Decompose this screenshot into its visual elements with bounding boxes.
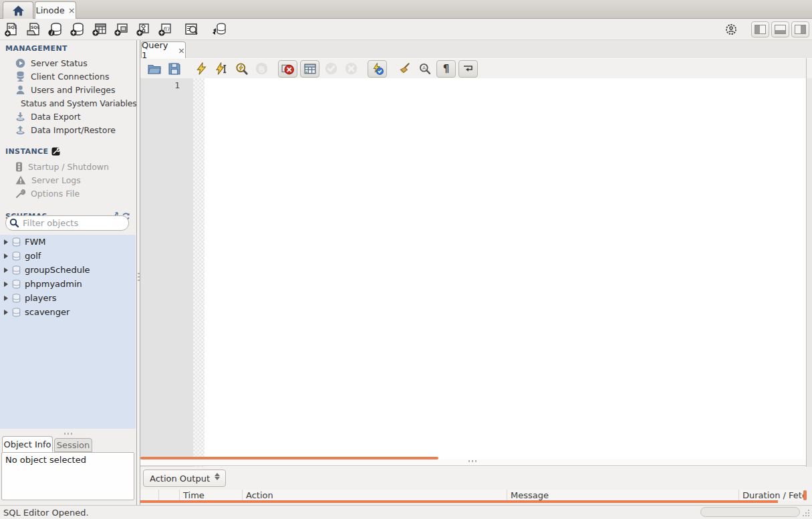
create-schema-icon[interactable] <box>66 21 88 38</box>
status-text: SQL Editor Opened. <box>3 508 89 518</box>
schema-filter-input[interactable] <box>23 218 116 228</box>
create-view-icon[interactable] <box>110 21 132 38</box>
editor-gutter: 1 <box>140 78 193 496</box>
instance-title: INSTANCE <box>5 147 48 156</box>
sidebar-item-data-import[interactable]: Data Import/Restore <box>0 123 136 136</box>
col-time[interactable]: Time <box>180 490 243 500</box>
sidebar-item-client-connections[interactable]: Client Connections <box>0 70 136 83</box>
sidebar-item-data-export[interactable]: Data Export <box>0 110 136 123</box>
statusbar-hscrollbar[interactable] <box>700 507 800 517</box>
close-query-tab-icon[interactable]: × <box>178 46 185 55</box>
expander-icon[interactable] <box>4 239 8 245</box>
col-action[interactable]: Action <box>243 490 507 500</box>
output-vscrollbar[interactable] <box>803 490 807 500</box>
open-sql-script-icon[interactable]: SQL <box>22 21 44 38</box>
col-index[interactable] <box>159 490 180 500</box>
toggle-bottom-panel-icon[interactable] <box>771 21 789 37</box>
schema-icon <box>12 266 21 275</box>
object-info-text: No object selected <box>5 455 86 465</box>
status-bar: SQL Editor Opened. <box>0 505 812 519</box>
show-invisibles-icon[interactable]: ¶ <box>436 60 456 78</box>
sidebar-splitter-handle[interactable] <box>64 433 74 435</box>
connection-tab-linode[interactable]: Linode × <box>35 1 76 19</box>
server-logs-icon <box>15 175 26 185</box>
tab-session[interactable]: Session <box>54 438 92 452</box>
output-selector[interactable]: Action Output <box>143 470 226 487</box>
execute-current-icon[interactable] <box>211 60 231 78</box>
create-table-icon[interactable] <box>88 21 110 38</box>
schema-icon <box>12 294 21 303</box>
sidebar-item-options-file[interactable]: Options File <box>0 187 136 200</box>
schema-row-scavenger[interactable]: scavenger <box>0 305 136 319</box>
client-connections-icon <box>15 71 25 82</box>
col-message[interactable]: Message <box>507 490 739 500</box>
execute-icon[interactable] <box>191 60 211 78</box>
toggle-right-panel-icon[interactable] <box>791 21 809 37</box>
schema-row-golf[interactable]: golf <box>0 249 136 263</box>
toggle-autocommit-icon[interactable] <box>368 60 387 78</box>
expander-icon[interactable] <box>4 296 8 301</box>
limit-rows-icon[interactable] <box>300 60 319 78</box>
preferences-icon[interactable] <box>720 21 742 38</box>
schema-icon <box>12 251 21 261</box>
toggle-stop-on-error-icon[interactable] <box>278 60 297 78</box>
schema-row-fwm[interactable]: FWM <box>0 235 136 249</box>
commit-icon[interactable] <box>321 60 341 78</box>
tab-object-info[interactable]: Object Info <box>2 436 53 452</box>
create-procedure-icon[interactable] <box>132 21 154 38</box>
beautify-icon[interactable] <box>395 60 415 78</box>
output-splitter-handle[interactable] <box>468 460 478 462</box>
close-tab-icon[interactable]: × <box>68 6 76 15</box>
sidebar-item-system-variables[interactable]: Status and System Variables <box>0 96 136 110</box>
schema-inspector-icon[interactable]: i <box>44 21 66 38</box>
schema-filter[interactable] <box>5 215 129 231</box>
reconnect-dbms-icon[interactable] <box>208 21 230 38</box>
query-tab-bar: Query 1 × <box>140 40 812 58</box>
schema-icon <box>12 280 21 289</box>
home-icon <box>12 5 25 16</box>
management-title: MANAGEMENT <box>5 44 67 53</box>
expander-icon[interactable] <box>4 253 8 259</box>
sidebar-item-startup-shutdown[interactable]: Startup / Shutdown <box>0 160 136 173</box>
col-duration[interactable]: Duration / Fetch <box>739 490 806 500</box>
open-script-icon[interactable] <box>144 60 164 78</box>
explain-icon[interactable] <box>231 60 251 78</box>
new-query-tab-icon[interactable]: SQL <box>0 21 22 38</box>
startup-shutdown-icon <box>15 162 23 172</box>
sidebar-item-users-privileges[interactable]: Users and Privileges <box>0 83 136 96</box>
expander-icon[interactable] <box>4 310 8 315</box>
toggle-left-panel-icon[interactable] <box>751 21 769 37</box>
home-tab[interactable] <box>3 1 33 19</box>
object-info-panel: No object selected <box>1 452 134 500</box>
query-tab[interactable]: Query 1 × <box>141 41 186 58</box>
options-file-icon <box>15 189 25 199</box>
sidebar: MANAGEMENT Server Status Client Connecti… <box>0 40 136 436</box>
stop-icon[interactable] <box>251 60 271 78</box>
schema-row-players[interactable]: players <box>0 291 136 305</box>
sql-editor-surface[interactable] <box>205 78 806 496</box>
action-output-panel: Action Output Time Action Message Durati… <box>140 467 812 505</box>
editor-fold-strip <box>193 78 205 496</box>
expander-icon[interactable] <box>4 268 8 273</box>
sql-editor-toolbar: A ¶ <box>140 58 812 78</box>
sidebar-item-server-status[interactable]: Server Status <box>0 56 136 70</box>
wrap-text-icon[interactable] <box>458 60 478 78</box>
editor-area: Query 1 × <box>140 40 812 505</box>
window-resize-grip[interactable] <box>802 509 810 517</box>
line-number: 1 <box>174 80 180 90</box>
schema-icon <box>12 308 21 317</box>
sidebar-item-server-logs[interactable]: Server Logs <box>0 173 136 187</box>
selector-spinner-icon <box>215 473 220 480</box>
search-table-data-icon[interactable] <box>180 21 202 38</box>
create-function-icon[interactable]: f() <box>154 21 176 38</box>
expander-icon[interactable] <box>4 282 8 287</box>
save-script-icon[interactable] <box>164 60 184 78</box>
schema-row-groupschedule[interactable]: groupSchedule <box>0 263 136 277</box>
management-section-header: MANAGEMENT <box>0 43 136 54</box>
schema-row-phpmyadmin[interactable]: phpmyadmin <box>0 277 136 291</box>
col-status[interactable] <box>140 490 159 500</box>
schema-list: FWM golf groupSchedule phpmyadmin player… <box>0 235 136 429</box>
find-icon[interactable]: A <box>415 60 435 78</box>
rollback-icon[interactable] <box>341 60 361 78</box>
data-import-icon <box>15 125 25 135</box>
